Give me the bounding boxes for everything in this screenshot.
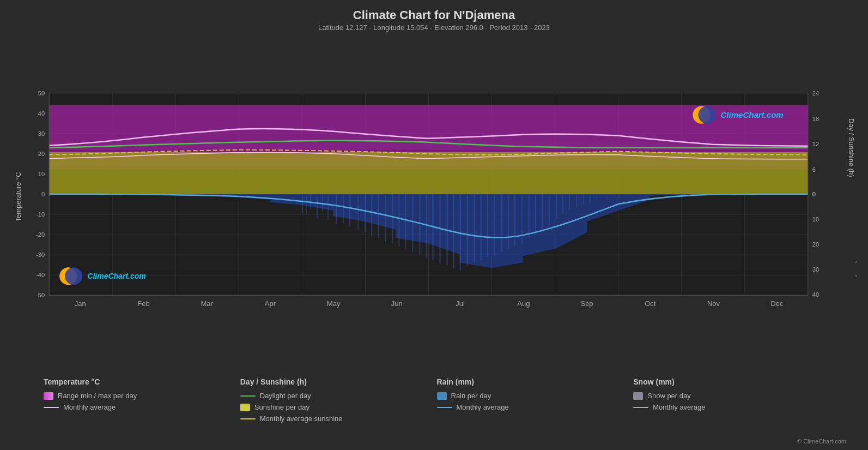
legend-sunshine: Day / Sunshine (h) Daylight per day Suns… <box>240 377 437 423</box>
svg-rect-45 <box>385 195 386 242</box>
temp-monthly-line <box>44 407 59 408</box>
svg-rect-59 <box>481 195 482 260</box>
svg-rect-39 <box>343 196 344 223</box>
svg-rect-68 <box>542 194 543 230</box>
legend-sunshine-title: Day / Sunshine (h) <box>240 377 437 386</box>
svg-rect-66 <box>529 194 530 238</box>
svg-text:-30: -30 <box>36 251 45 258</box>
svg-rect-74 <box>583 194 584 204</box>
chart-area: 50 40 30 20 10 0 -10 -20 -30 -40 -50 Tem… <box>11 36 857 374</box>
svg-text:Sep: Sep <box>580 299 593 308</box>
svg-rect-33 <box>306 196 307 215</box>
svg-rect-56 <box>460 194 461 271</box>
rain-swatch <box>437 392 447 400</box>
legend-temp-range: Range min / max per day <box>44 392 240 400</box>
svg-rect-58 <box>474 194 475 262</box>
svg-rect-51 <box>426 195 427 257</box>
svg-text:10: 10 <box>812 216 819 223</box>
svg-rect-48 <box>405 194 406 249</box>
chart-subtitle: Latitude 12.127 - Longitude 15.054 - Ele… <box>11 23 857 32</box>
legend-temp-title: Temperature °C <box>44 377 240 386</box>
svg-rect-40 <box>349 194 350 227</box>
svg-rect-61 <box>494 195 495 255</box>
svg-text:Oct: Oct <box>645 299 656 308</box>
svg-rect-32 <box>302 197 303 213</box>
legend-snow-title: Snow (mm) <box>633 377 830 386</box>
svg-text:Feb: Feb <box>137 299 149 308</box>
legend-daylight: Daylight per day <box>240 392 437 400</box>
svg-rect-46 <box>392 194 393 243</box>
svg-text:Temperature °C: Temperature °C <box>14 172 22 221</box>
snow-swatch <box>633 392 643 400</box>
svg-text:24: 24 <box>812 90 819 97</box>
svg-rect-67 <box>535 195 536 234</box>
legend-sunshine-monthly-label: Monthly average sunshine <box>260 415 343 423</box>
svg-rect-43 <box>371 195 372 236</box>
svg-rect-57 <box>467 195 468 266</box>
copyright: © ClimeChart.com <box>11 438 857 445</box>
svg-rect-49 <box>412 195 413 253</box>
legend-sunshine-monthly: Monthly average sunshine <box>240 415 437 423</box>
svg-text:Jul: Jul <box>456 299 465 308</box>
svg-text:-50: -50 <box>36 292 45 298</box>
snow-monthly-line <box>633 407 648 408</box>
chart-title: Climate Chart for N'Djamena <box>11 8 857 22</box>
svg-text:-20: -20 <box>36 231 45 238</box>
legend-snow: Snow (mm) Snow per day Monthly average <box>633 377 830 411</box>
svg-rect-73 <box>576 195 577 207</box>
svg-rect-62 <box>501 194 502 251</box>
svg-text:Day / Sunshine (h): Day / Sunshine (h) <box>847 118 855 177</box>
svg-rect-71 <box>562 195 563 214</box>
legend-rain-monthly: Monthly average <box>437 403 634 411</box>
svg-rect-72 <box>569 194 570 209</box>
legend-temp-monthly-label: Monthly average <box>63 403 116 411</box>
svg-rect-70 <box>556 194 557 219</box>
svg-text:Apr: Apr <box>265 299 276 308</box>
svg-text:30: 30 <box>38 130 45 137</box>
legend-snow-monthly-label: Monthly average <box>653 403 705 411</box>
svg-text:Mar: Mar <box>201 299 213 308</box>
legend-snow-per-day: Snow per day <box>633 392 830 400</box>
svg-rect-75 <box>590 195 591 202</box>
svg-text:10: 10 <box>38 171 45 177</box>
svg-point-117 <box>65 267 82 285</box>
svg-rect-47 <box>398 195 399 247</box>
legend-rain-per-day: Rain per day <box>437 392 634 400</box>
svg-text:Rain / Snow (mm): Rain / Snow (mm) <box>855 220 857 277</box>
svg-text:20: 20 <box>38 151 45 157</box>
svg-rect-42 <box>365 194 366 232</box>
svg-rect-44 <box>378 194 379 238</box>
svg-point-120 <box>698 106 715 124</box>
sunshine-monthly-line <box>240 418 256 419</box>
svg-text:30: 30 <box>812 266 819 273</box>
legend-rain-title: Rain (mm) <box>437 377 634 386</box>
svg-text:Dec: Dec <box>770 299 784 308</box>
svg-text:ClimeChart.com: ClimeChart.com <box>721 110 784 119</box>
legend-temperature: Temperature °C Range min / max per day M… <box>44 377 240 411</box>
sunshine-swatch <box>240 404 250 411</box>
svg-rect-53 <box>440 195 441 263</box>
svg-text:Nov: Nov <box>707 299 720 308</box>
legend-snow-per-day-label: Snow per day <box>647 392 691 400</box>
legend-sunshine-per-day-label: Sunshine per day <box>254 403 309 411</box>
legend-rain-per-day-label: Rain per day <box>451 392 491 400</box>
svg-text:-10: -10 <box>36 211 45 218</box>
legend-area: Temperature °C Range min / max per day M… <box>11 374 857 437</box>
legend-rain-monthly-label: Monthly average <box>457 403 509 411</box>
svg-text:40: 40 <box>38 110 45 117</box>
svg-text:12: 12 <box>812 141 819 147</box>
legend-daylight-label: Daylight per day <box>260 392 311 400</box>
svg-text:May: May <box>327 299 341 308</box>
legend-temp-range-label: Range min / max per day <box>58 392 137 400</box>
svg-rect-77 <box>606 195 607 199</box>
svg-rect-69 <box>549 195 550 225</box>
legend-temp-monthly: Monthly average <box>44 403 240 411</box>
svg-rect-78 <box>618 195 620 198</box>
svg-text:18: 18 <box>812 116 819 122</box>
svg-text:20: 20 <box>812 241 819 248</box>
daylight-line <box>240 395 256 397</box>
svg-rect-64 <box>514 194 515 246</box>
legend-sunshine-per-day: Sunshine per day <box>240 403 437 411</box>
rain-monthly-line <box>437 407 452 408</box>
svg-rect-36 <box>322 194 323 212</box>
